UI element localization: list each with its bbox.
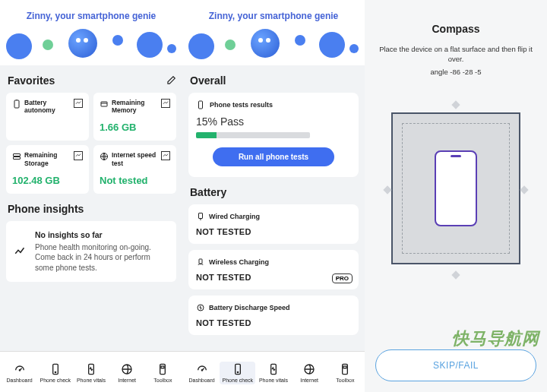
wireless-icon bbox=[196, 258, 205, 267]
svg-point-23 bbox=[237, 371, 238, 372]
battery-icon bbox=[12, 100, 21, 109]
tests-icon bbox=[196, 100, 205, 109]
nav-label: Dashboard bbox=[6, 378, 32, 383]
fav-value: 1.66 GB bbox=[100, 122, 170, 133]
screen-phonecheck: Zinny, your smartphone genie Overall Pho… bbox=[182, 0, 365, 392]
nav-phonecheck[interactable]: Phone check bbox=[220, 362, 255, 384]
expand-icon[interactable] bbox=[161, 99, 170, 108]
nav-internet[interactable]: Internet bbox=[292, 362, 327, 384]
svg-line-8 bbox=[20, 368, 22, 370]
phonecheck-icon bbox=[232, 363, 244, 375]
nav-toolbox[interactable]: Toolbox bbox=[145, 362, 181, 384]
compass-instruction: Place the device on a flat surface and t… bbox=[374, 44, 538, 65]
svg-rect-2 bbox=[101, 102, 107, 106]
svg-rect-4 bbox=[14, 154, 21, 156]
svg-rect-14 bbox=[161, 366, 164, 368]
dashboard-icon bbox=[196, 363, 208, 375]
toolbox-icon bbox=[339, 363, 351, 375]
svg-rect-27 bbox=[343, 366, 346, 368]
fav-value: 102.48 GB bbox=[12, 175, 83, 186]
fav-label: Remaining Storage bbox=[24, 151, 71, 166]
nav-label: Toolbox bbox=[153, 378, 172, 383]
fav-card-memory[interactable]: Remaining Memory 1.66 GB bbox=[93, 93, 176, 141]
svg-rect-5 bbox=[14, 157, 21, 160]
nav-dashboard[interactable]: Dashboard bbox=[2, 362, 37, 384]
globe-icon bbox=[303, 363, 315, 375]
expand-icon[interactable] bbox=[161, 151, 170, 160]
device-illustration bbox=[391, 112, 520, 264]
favorites-title: Favorites bbox=[8, 74, 176, 87]
svg-line-21 bbox=[202, 368, 204, 370]
fav-value: Not tested bbox=[100, 175, 170, 186]
progress-bar bbox=[196, 132, 310, 138]
nav-label: Phone check bbox=[223, 378, 253, 383]
compass-angle: angle -86 -28 -5 bbox=[430, 68, 481, 76]
favorites-label: Favorites bbox=[8, 74, 55, 87]
memory-icon bbox=[100, 100, 109, 109]
nav-label: Phone vitals bbox=[77, 378, 106, 383]
banner-title: Zinny, your smartphone genie bbox=[0, 0, 182, 21]
battery-section-title: Battery bbox=[190, 186, 359, 198]
expand-icon[interactable] bbox=[74, 151, 83, 160]
nav-phonecheck[interactable]: Phone check bbox=[37, 362, 73, 384]
bottom-nav: Dashboard Phone check Phone vitals Inter… bbox=[0, 351, 182, 392]
svg-rect-18 bbox=[199, 259, 202, 264]
nav-label: Phone vitals bbox=[259, 378, 288, 383]
nav-label: Toolbox bbox=[336, 378, 354, 383]
results-label: Phone tests results bbox=[210, 101, 273, 109]
fav-label: Internet speed test bbox=[112, 151, 158, 166]
banner: Zinny, your smartphone genie bbox=[0, 0, 182, 65]
banner-title: Zinny, your smartphone genie bbox=[182, 0, 365, 21]
nav-internet[interactable]: Internet bbox=[109, 362, 145, 384]
pro-badge: PRO bbox=[332, 273, 353, 283]
plug-icon bbox=[196, 212, 205, 221]
fav-label: Battery autonomy bbox=[24, 99, 71, 114]
discharge-icon bbox=[196, 303, 205, 312]
dashboard-icon bbox=[14, 363, 26, 375]
nav-phonevitals[interactable]: Phone vitals bbox=[255, 362, 291, 384]
nav-label: Internet bbox=[300, 378, 318, 383]
toolbox-icon bbox=[157, 363, 169, 375]
storage-icon bbox=[12, 152, 21, 161]
insights-card: No insights so far Phone health monitori… bbox=[6, 221, 176, 283]
vitals-icon bbox=[85, 363, 97, 375]
test-card-wired[interactable]: Wired Charging NOT TESTED bbox=[188, 204, 359, 244]
svg-rect-0 bbox=[14, 100, 19, 108]
fav-card-storage[interactable]: Remaining Storage 102.48 GB bbox=[6, 145, 89, 193]
banner: Zinny, your smartphone genie bbox=[182, 0, 365, 65]
fav-card-battery[interactable]: Battery autonomy bbox=[6, 93, 89, 141]
phonecheck-icon bbox=[49, 363, 62, 375]
bottom-nav: Dashboard Phone check Phone vitals Inter… bbox=[182, 351, 365, 392]
compass-title: Compass bbox=[432, 23, 479, 35]
vitals-icon bbox=[267, 363, 280, 375]
test-card-wireless[interactable]: Wireless Charging NOT TESTED PRO bbox=[188, 250, 359, 289]
test-label: Wired Charging bbox=[209, 213, 260, 220]
edit-icon[interactable] bbox=[166, 75, 176, 86]
insights-body: Phone health monitoring on-going. Come b… bbox=[35, 242, 169, 273]
globe-icon bbox=[121, 363, 133, 375]
fav-label: Remaining Memory bbox=[112, 99, 158, 114]
expand-icon[interactable] bbox=[74, 99, 83, 108]
nav-label: Dashboard bbox=[188, 378, 214, 383]
skip-fail-button[interactable]: SKIP/FAIL bbox=[375, 349, 536, 381]
svg-point-10 bbox=[55, 371, 55, 372]
nav-label: Phone check bbox=[40, 378, 71, 383]
internet-icon bbox=[100, 152, 109, 161]
screen-dashboard: Zinny, your smartphone genie Favorites bbox=[0, 0, 182, 392]
nav-phonevitals[interactable]: Phone vitals bbox=[73, 362, 109, 384]
test-status: NOT TESTED bbox=[196, 273, 351, 282]
insights-title: Phone insights bbox=[8, 203, 176, 215]
insights-head: No insights so far bbox=[35, 230, 169, 239]
test-status: NOT TESTED bbox=[196, 227, 351, 236]
svg-rect-15 bbox=[199, 101, 203, 109]
test-card-discharge[interactable]: Battery Discharge Speed NOT TESTED bbox=[188, 296, 359, 335]
nav-toolbox[interactable]: Toolbox bbox=[327, 362, 363, 384]
fav-card-internet[interactable]: Internet speed test Not tested bbox=[93, 145, 176, 193]
phone-outline-icon bbox=[435, 150, 477, 226]
pass-text: 15% Pass bbox=[196, 115, 351, 128]
watermark: 快马导航网 bbox=[452, 327, 539, 350]
svg-rect-16 bbox=[199, 213, 203, 219]
nav-dashboard[interactable]: Dashboard bbox=[184, 362, 220, 384]
run-tests-button[interactable]: Run all phone tests bbox=[213, 147, 334, 166]
overall-card: Phone tests results 15% Pass Run all pho… bbox=[188, 93, 359, 177]
